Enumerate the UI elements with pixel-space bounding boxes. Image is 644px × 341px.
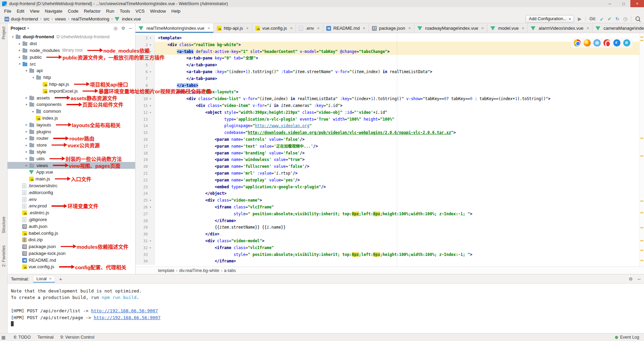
terminal-settings-icon[interactable]: ⚙ [629,276,633,282]
code-line[interactable]: 17 <param name='text' value='正在加载视频中...'… [135,143,644,150]
code-breadcrumb[interactable]: a-tabs [223,268,237,273]
tool-window-switcher-icon[interactable]: ▦ [1,335,5,340]
editor-tab[interactable]: roadwayManage\index.vue× [414,23,487,33]
run-button[interactable]: ▶ [578,16,582,22]
close-icon[interactable]: × [587,26,589,31]
editor-tab[interactable]: README.md× [323,23,369,33]
code-line[interactable]: 15 codebase="http://downloads.videolan.o… [135,129,644,136]
chevron-right-icon[interactable]: ▸ [24,123,29,126]
code-line[interactable]: 3▾ <a-tabs default-active-key="1" slot="… [135,49,644,55]
new-terminal-button[interactable]: + [59,276,62,282]
menu-run[interactable]: Run [103,8,117,14]
tree-item[interactable]: vue.config.jsconfig配置、代理相关 [8,263,135,270]
status-version-control[interactable]: 9: Version Control [60,335,94,340]
editor-tab[interactable]: alarmVideos\index.vue× [528,23,592,33]
menu-vcs[interactable]: VCS [133,8,147,14]
ie-browser-icon[interactable] [613,39,620,46]
tree-item[interactable]: auth.json [8,223,135,230]
fold-icon[interactable]: ▾ [149,103,154,109]
hide-panel-icon[interactable]: ─ [129,26,132,31]
tool-strip-favorites[interactable]: 2: Favorites [1,245,6,267]
code-editor[interactable]: 1▾<template>2▾ <div class="realTime bg-w… [135,33,644,267]
tree-item[interactable]: .env.prod环境变量文件 [8,203,135,209]
chevron-right-icon[interactable]: ▸ [24,164,29,167]
tree-item[interactable]: .env [8,196,135,203]
code-line[interactable]: 16 <param name='controls' value='false'/… [135,136,644,143]
chrome-browser-icon[interactable] [574,39,581,46]
breadcrumb-item[interactable]: realTimeMonitoring [70,16,110,22]
tree-item[interactable]: ▸node_moduleslibrary rootnode_modules依赖 [8,47,135,54]
chevron-right-icon[interactable]: ▸ [24,130,29,133]
tree-item[interactable]: .browserslistrc [8,182,135,189]
code-line[interactable]: 33 style=" position:absolute;visibility:… [135,251,644,258]
chevron-right-icon[interactable]: ▸ [24,144,29,147]
menu-file[interactable]: File [1,8,14,14]
editor-tab[interactable]: model.vue× [487,23,528,33]
fold-icon[interactable]: ▾ [149,204,154,211]
close-icon[interactable]: × [246,26,249,31]
code-line[interactable]: 26▾ <iframe class="vlcIframe" [135,204,644,211]
chevron-right-icon[interactable]: ▸ [17,55,22,59]
breadcrumb-item[interactable]: duoji-frontend [3,16,39,22]
code-line[interactable]: 27 style=" position:absolute;visibility:… [135,211,644,218]
menu-view[interactable]: View [27,8,42,14]
close-icon[interactable]: × [290,26,293,31]
code-line[interactable]: 30 </div> [135,231,644,238]
tool-strip-structure[interactable]: Structure [1,217,6,233]
chevron-right-icon[interactable]: ▸ [24,96,29,99]
git-revert-button[interactable]: ↻ [615,16,619,22]
fold-icon[interactable]: ▾ [149,42,154,49]
search-icon[interactable] [635,16,641,22]
tree-item[interactable]: ▾components页面公共组件文件 [8,101,135,108]
tree-item[interactable]: ▾api [8,67,135,74]
tree-item[interactable]: ▸plugins [8,128,135,135]
code-line[interactable]: 34 </iframe> [135,258,644,265]
chevron-down-icon[interactable]: ▾ [31,76,36,79]
opera-browser-icon[interactable] [603,39,611,46]
tree-item[interactable]: http-api.js项目相关api接口 [8,81,135,88]
tree-item[interactable]: ▸publicpublic资源文件夹，一般放引用的第三方插件 [8,54,135,60]
code-line[interactable]: 8 </a-tabs> [135,82,644,89]
tree-item[interactable]: .gitignore [8,216,135,223]
tree-item[interactable]: .eslintrc.js [8,209,135,216]
tree-item[interactable]: ▾duoji-frontendD:\zheheWeb\duoji-fronten… [8,33,135,40]
chevron-right-icon[interactable]: ▸ [17,42,22,45]
editor-tab[interactable]: vue.config.js× [252,23,296,33]
locate-file-icon[interactable]: ◎ [114,26,117,31]
menu-refactor[interactable]: Refactor [81,8,103,14]
editor-tab[interactable]: .env× [296,23,323,33]
close-icon[interactable]: × [207,26,210,31]
code-line[interactable]: 19 <param name='windowless' value="true"… [135,156,644,163]
code-line[interactable]: 32▾ <iframe class="vlcIframe" [135,245,644,251]
code-line[interactable]: 9▾ <div class="flex-layouts"> [135,89,644,96]
status-todo[interactable]: 6: TODO [14,335,31,340]
menu-window[interactable]: Window [147,8,169,14]
history-button[interactable]: ◷ [623,16,627,22]
close-icon[interactable]: × [522,26,525,31]
menu-code[interactable]: Code [65,8,81,14]
code-line[interactable]: 2▾ <div class="realTime bg-white"> [135,42,644,49]
maximize-button[interactable]: □ [617,0,630,7]
minimize-button[interactable]: ─ [603,0,617,7]
safari-browser-icon[interactable] [593,39,601,46]
chevron-right-icon[interactable]: ▸ [24,150,29,153]
status-terminal[interactable]: Terminal [38,335,54,340]
error-stripe-scrollbar[interactable] [639,33,644,267]
code-line[interactable]: 12▾ <object style="width:390px;height:21… [135,109,644,116]
close-icon[interactable]: × [363,26,366,31]
fold-icon[interactable]: ▾ [149,96,154,103]
edge-browser-icon[interactable] [623,39,630,46]
tree-item[interactable]: .editorconfig [8,189,135,196]
tree-item[interactable]: App.vue [8,169,135,176]
editor-tab[interactable]: http-api.js× [214,23,252,33]
tree-item[interactable]: ▾http [8,74,135,81]
code-line[interactable]: 7 </a-tab-pane> [135,76,644,82]
breadcrumb-item[interactable]: src [43,16,51,22]
code-line[interactable]: 11▾ <div class="video-item" v-for="i in … [135,103,644,109]
fold-icon[interactable]: ▾ [149,35,154,42]
chevron-right-icon[interactable]: ▸ [31,110,36,113]
tree-item[interactable]: ▸viewsview视图、pages页面 [8,162,135,169]
fold-icon[interactable]: ▾ [149,238,154,245]
close-icon[interactable]: × [49,276,52,281]
code-line[interactable]: 23 <embed type="application/x-google-vlc… [135,184,644,191]
